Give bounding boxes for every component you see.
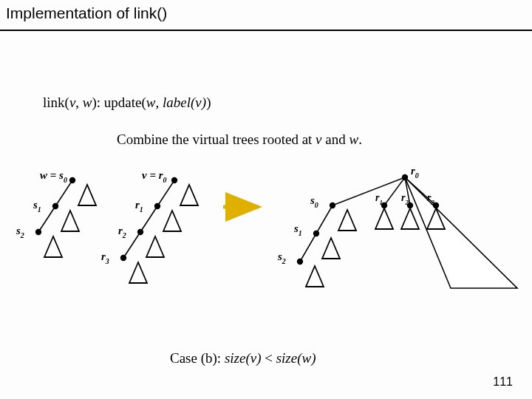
title-func: link() bbox=[134, 4, 168, 21]
desc-w: w bbox=[349, 132, 358, 147]
desc-1: Combine the virtual trees rooted at bbox=[117, 132, 316, 147]
desc-v: v bbox=[316, 132, 321, 147]
right-combined-tree: r0 s0 s1 s2 r1 r2 r3 bbox=[277, 165, 517, 288]
svg-text:w = s0: w = s0 bbox=[40, 169, 67, 184]
sep2: , bbox=[156, 95, 163, 110]
svg-text:s1: s1 bbox=[293, 222, 302, 237]
sep: , bbox=[75, 95, 83, 110]
svg-text:v = r0: v = r0 bbox=[142, 169, 167, 184]
svg-text:r1: r1 bbox=[375, 192, 383, 206]
def-update-open: ): update( bbox=[92, 95, 146, 110]
left-chain-v: v = r0 r1 r2 r3 bbox=[101, 169, 198, 283]
svg-text:r1: r1 bbox=[135, 199, 143, 214]
svg-line-22 bbox=[300, 233, 316, 262]
lbl-w-s0: w = s bbox=[40, 169, 64, 181]
lbl-v-r0: v = r bbox=[142, 169, 163, 181]
lt: < bbox=[261, 350, 276, 366]
desc-2: and bbox=[322, 132, 349, 147]
description-line: Combine the virtual trees rooted at v an… bbox=[117, 132, 362, 148]
svg-text:r0: r0 bbox=[411, 165, 419, 180]
size-v: size(v) bbox=[225, 350, 262, 366]
svg-line-1 bbox=[55, 180, 72, 206]
svg-text:r3: r3 bbox=[101, 250, 109, 265]
def-link-open: link( bbox=[43, 95, 69, 110]
svg-line-6 bbox=[157, 180, 174, 206]
svg-text:s0: s0 bbox=[310, 194, 318, 209]
svg-text:s2: s2 bbox=[16, 225, 24, 239]
var-w: w bbox=[83, 95, 92, 110]
page-title: Implementation of link() bbox=[6, 4, 167, 22]
label-open: label( bbox=[163, 95, 195, 110]
tree-diagram: w = s0 s1 s2 v = r0 r1 r2 r3 r0 bbox=[7, 163, 525, 332]
arg-w: w bbox=[146, 95, 156, 110]
page-number: 111 bbox=[493, 375, 513, 389]
title-divider bbox=[0, 30, 532, 31]
svg-text:s1: s1 bbox=[33, 199, 41, 214]
left-chain-w: w = s0 s1 s2 bbox=[16, 169, 96, 257]
title-text: Implementation of bbox=[6, 4, 134, 21]
desc-dot: . bbox=[358, 132, 362, 147]
case-label: Case (b): size(v) < size(w) bbox=[170, 350, 316, 366]
svg-text:r2: r2 bbox=[118, 225, 126, 239]
case-b-text: Case (b): bbox=[170, 350, 225, 366]
size-w: size(w) bbox=[276, 350, 316, 366]
def-close: ) bbox=[206, 95, 211, 110]
svg-line-20 bbox=[316, 205, 332, 233]
svg-text:s2: s2 bbox=[277, 250, 286, 265]
definition-line: link(v, w): update(w, label(v)) bbox=[43, 95, 211, 111]
arg-v: v bbox=[195, 95, 201, 110]
